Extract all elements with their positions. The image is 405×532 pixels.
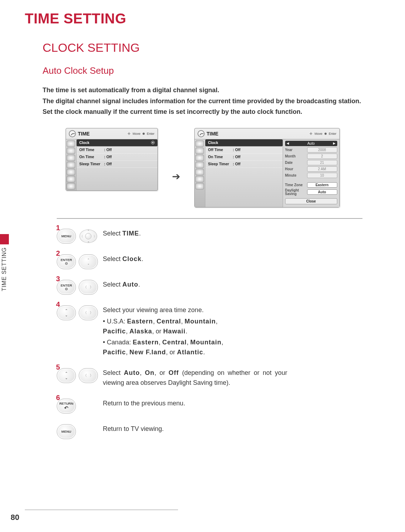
intro-line-2: The digital channel signal includes info… [43,96,380,107]
side-tab-label: TIME SETTING [1,247,7,291]
osd2-auto-selector[interactable]: ◀ Auto ▶ [285,141,337,146]
leftright-button[interactable]: 〈 〉 [79,368,98,383]
page-number: 80 [11,513,19,522]
step-7: MENU Return to TV viewing. [57,424,370,439]
updown-button[interactable]: ⌃ ⌄ [57,305,76,320]
step-4-usa: • U.S.A: Eastern, Central, Mountain, Pac… [103,317,287,337]
step-3-text: Select Auto. [103,280,287,290]
intro-line-3: Set the clock manually if the current ti… [43,106,380,117]
horizontal-divider [57,218,362,219]
osd1-row-clock[interactable]: Clock [77,139,157,146]
arrow-right-icon: ➔ [172,171,180,182]
osd1-row-offtime[interactable]: Off Time : Off [77,146,157,154]
osd2-list: Clock Off Time : Off On Time : Off Sleep… [205,139,283,207]
osd-ic-2 [67,148,75,154]
steps-list: 1 MENU ⌃ ⌄ 〈 〉 Select TIME. 2 ENTER⊙ ⌃ ⌄… [57,229,370,439]
caret-up-icon: ⌃ [65,371,68,375]
footer-line [25,510,178,510]
side-tab-accent [0,234,9,244]
step-1-text: Select TIME. [103,229,287,239]
osd2-row-ontime[interactable]: On Time : Off [205,154,283,161]
osd2-clock-detail: ◀ Auto ▶ Year 2008 Month 2 Date 21 Hou [283,139,339,207]
caret-down-icon: ⌄ [87,262,90,265]
step-4-canada: • Canada: Eastern, Central, Mountain, Pa… [103,338,287,358]
clock-icon [198,130,205,137]
caret-right-icon: 〉 [90,310,93,315]
leftright-button[interactable]: 〈 〉 [79,305,98,320]
osd1-hints: ✢ Move Enter [128,132,155,135]
step-1: 1 MENU ⌃ ⌄ 〈 〉 Select TIME. [57,229,370,244]
updown-button[interactable]: ⌃ ⌄ [57,368,76,383]
osd2-row-sleeptimer[interactable]: Sleep Timer : Off [205,161,283,168]
side-tab: TIME SETTING [0,234,12,309]
section-title: CLOCK SETTING [43,41,387,55]
caret-down-icon: ⌄ [65,313,68,317]
clock-icon [69,130,76,137]
step-6-text: Return to the previous menu. [103,399,287,409]
enter-button[interactable]: ENTER⊙ [57,280,76,295]
enter-dot-icon [324,133,327,135]
dpad-full-icon[interactable]: ⌃ ⌄ 〈 〉 [79,229,98,244]
osd1-row-ontime[interactable]: On Time : Off [77,154,157,161]
osd2-title: TIME [207,131,310,137]
enter-button[interactable]: ENTER⊙ [57,254,76,269]
osd2-row-offtime[interactable]: Off Time : Off [205,146,283,154]
intro-line-1: The time is set automatically from a dig… [43,85,380,96]
step-6: 6 RETURN↶ Return to the previous menu. [57,399,370,414]
caret-left-icon: 〈 [80,234,83,238]
caret-left-icon: 〈 [83,373,87,378]
step-7-text: Return to TV viewing. [103,424,287,434]
caret-up-icon: ⌃ [65,309,68,312]
osd-panel-after: TIME ✢ Move Enter Clock Off [194,128,340,207]
osd-ic-7 [67,183,75,189]
step-4: 4 ⌃ ⌄ 〈 〉 Select your viewing area time … [57,305,370,358]
page-title: TIME SETTING [25,11,387,27]
osd1-list: Clock Off Time : Off On Time : Off Sleep… [77,139,157,190]
osd2-close-button[interactable]: Close [285,198,337,204]
osd2-daylight-row: DaylightSaving Auto [285,189,337,196]
move-arrows-icon: ✢ [128,132,131,135]
osd2-timezone-row: Time Zone Eastern [285,182,337,188]
osd1-title: TIME [78,131,128,137]
step-3: 3 ENTER⊙ 〈 〉 Select Auto. [57,280,370,295]
step-2-text: Select Clock. [103,254,287,264]
subsection-title: Auto Clock Setup [43,65,387,76]
osd2-minute-row: Minute 10 [285,173,337,178]
osd-ic-4 [67,162,75,168]
osd2-hour-row: Hour 2 AM [285,166,337,172]
step-5: 5 ⌃ ⌄ 〈 〉 Select Auto, On, or Off (depen… [57,368,370,388]
caret-left-icon: 〈 [83,285,87,290]
osd2-row-clock[interactable]: Clock [205,139,283,146]
osd-ic-3 [67,155,75,161]
return-button[interactable]: RETURN↶ [57,399,76,414]
osd2-year-row: Year 2008 [285,147,337,153]
caret-down-icon: ⌄ [65,376,68,380]
caret-right-icon: 〉 [90,285,93,290]
caret-up-icon: ⌃ [87,229,90,233]
enter-dot-icon [143,133,145,135]
menu-button[interactable]: MENU [57,229,76,244]
leftright-button[interactable]: 〈 〉 [79,280,98,295]
triangle-right-icon[interactable]: ▶ [332,142,337,145]
osd-ic-1 [67,140,75,147]
step-4-text: Select your viewing area time zone. • U.… [103,305,287,358]
osd1-row-sleeptimer[interactable]: Sleep Timer : Off [77,161,157,168]
triangle-left-icon[interactable]: ◀ [285,142,290,145]
step-2: 2 ENTER⊙ ⌃ ⌄ Select Clock. [57,254,370,269]
caret-right-icon: 〉 [94,234,96,238]
osd2-month-row: Month 2 [285,154,337,159]
return-icon: ↶ [64,405,68,411]
intro-paragraph: The time is set automatically from a dig… [43,85,380,117]
osd-ic-5 [67,169,75,175]
osd2-date-row: Date 21 [285,160,337,165]
osd-panel-before: TIME ✢ Move Enter Clock [66,128,158,191]
menu-button[interactable]: MENU [57,424,76,439]
updown-button[interactable]: ⌃ ⌄ [79,254,98,269]
caret-down-icon: ⌄ [87,240,90,243]
osd2-sidebar-icons [195,139,205,207]
osd2-hints: ✢ Move Enter [310,132,337,135]
radio-selected-icon [151,141,155,144]
osd-panels-row: TIME ✢ Move Enter Clock [18,128,387,207]
caret-up-icon: ⌃ [87,258,90,261]
caret-right-icon: 〉 [90,373,93,378]
